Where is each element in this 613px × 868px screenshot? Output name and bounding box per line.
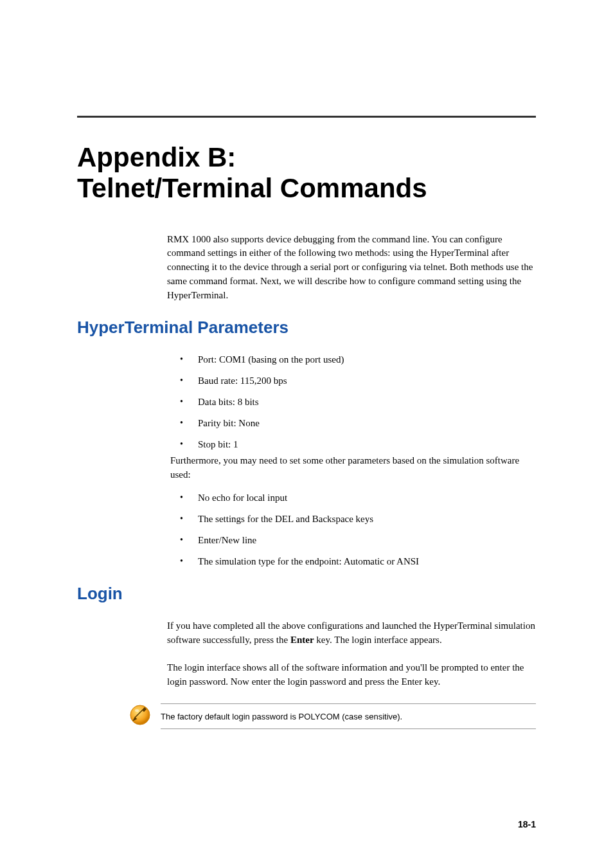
- list-item: Data bits: 8 bits: [180, 395, 536, 409]
- list-item: No echo for local input: [180, 491, 536, 505]
- login-para1-post: key. The login interface appears.: [314, 635, 442, 645]
- note-box: The factory default login password is PO…: [129, 703, 536, 729]
- page-number: 18-1: [518, 819, 536, 829]
- list-item: Enter/New line: [180, 534, 536, 547]
- list-item: Parity bit: None: [180, 417, 536, 430]
- title-line-2: Telnet/Terminal Commands: [77, 173, 427, 203]
- list-item: The simulation type for the endpoint: Au…: [180, 555, 536, 568]
- chapter-title: Appendix B: Telnet/Terminal Commands: [77, 142, 536, 204]
- login-para1-bold: Enter: [290, 635, 314, 645]
- list-item: Port: COM1 (basing on the port used): [180, 353, 536, 366]
- login-paragraph-1: If you have completed all the above conf…: [167, 619, 536, 647]
- horizontal-rule: [77, 116, 536, 118]
- bullet-list-sim: No echo for local input The settings for…: [180, 491, 536, 568]
- intro-paragraph: RMX 1000 also supports device debugging …: [167, 233, 536, 303]
- note-text-container: The factory default login password is PO…: [161, 703, 536, 729]
- section-heading-hyperterminal: HyperTerminal Parameters: [77, 318, 536, 338]
- svg-point-0: [130, 705, 150, 725]
- note-icon: [129, 703, 152, 727]
- list-item: Stop bit: 1: [180, 438, 536, 451]
- login-paragraph-2: The login interface shows all of the sof…: [167, 661, 536, 689]
- section-heading-login: Login: [77, 584, 536, 604]
- title-line-1: Appendix B:: [77, 142, 236, 172]
- list-item: The settings for the DEL and Backspace k…: [180, 512, 536, 526]
- bullet-list-params: Port: COM1 (basing on the port used) Bau…: [180, 353, 536, 451]
- svg-point-1: [135, 709, 139, 712]
- list-item: Baud rate: 115,200 bps: [180, 374, 536, 388]
- note-text: The factory default login password is PO…: [161, 712, 402, 721]
- simulation-note: Furthermore, you may need to set some ot…: [170, 454, 536, 482]
